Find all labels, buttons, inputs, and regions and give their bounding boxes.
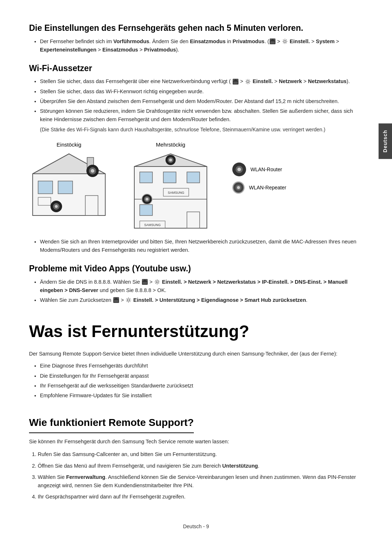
step3-bold: Fernverwaltung [66,474,105,480]
diagram-area: Einstöckig [29,141,363,232]
legend-router-label: WLAN-Router [250,166,282,173]
s2-netzwerkstatus: Netzwerkstatus [308,78,346,84]
gear-icon-3 [154,279,160,285]
svg-marker-4 [233,79,238,82]
svg-rect-41 [142,282,147,284]
sidebar-label: Deutsch [382,130,388,152]
gear-icon-4 [126,297,131,303]
svg-rect-24 [187,172,200,183]
svg-text:SAMSUNG: SAMSUNG [144,223,161,227]
page: Deutsch Die Einstellungen des Fernsehger… [0,0,392,542]
path1-system: System [316,38,335,44]
path1-experten: Experteneinstellungen [40,47,97,53]
footer-text: Deutsch - 9 [183,523,209,529]
section4-title: Was ist Fernunterstützung? [29,319,363,344]
svg-text:SAMSUNG: SAMSUNG [168,191,184,194]
svg-point-33 [169,159,172,161]
section4-bullet4: Empfohlene Firmware-Updates für Sie inst… [40,391,363,400]
s3-path2: Einstell. > Unterstützung > Eigendiagnos… [133,297,306,303]
section2-note: (Die Stärke des Wi-Fi-Signals kann durch… [40,126,363,134]
home-icon-3 [142,279,148,285]
section2-title: Wi-Fi-Aussetzer [29,62,363,75]
svg-point-18 [55,205,58,208]
svg-point-40 [237,186,240,189]
section3-title: Probleme mit Video Apps (Youtube usw.) [29,262,363,275]
legend-repeater-label: WLAN-Repeater [249,184,286,192]
gear-icon-1 [282,38,288,44]
svg-rect-6 [33,174,105,215]
section4-list: Eine Diagnose Ihres Fernsehgeräts durchf… [40,362,363,400]
svg-rect-0 [270,41,275,44]
section2-list2: Wenden Sie sich an Ihren Internetprovide… [40,238,363,254]
vorführmodus: Vorführmodus [113,38,149,44]
step3: Wählen Sie Fernverwaltung. Anschließend … [38,473,363,490]
svg-rect-10 [58,181,73,194]
diagram-label1: Einstöckig [57,141,81,149]
section5-steps: Rufen Sie das Samsung-Callcenter an, und… [38,450,363,501]
legend-repeater: WLAN-Repeater [232,181,286,194]
section4-bullet2: Die Einstellungen für Ihr Fernsehgerät a… [40,372,363,380]
section3-list: Ändern Sie die DNS in 8.8.8.8. Wählen Si… [40,278,363,305]
svg-point-36 [146,198,148,201]
home-icon [270,38,275,44]
svg-point-43 [156,281,158,283]
svg-marker-42 [142,279,148,282]
svg-point-2 [284,40,286,42]
gear-icon-2 [245,79,251,85]
page-footer: Deutsch - 9 [29,523,363,530]
svg-marker-45 [113,297,119,300]
svg-point-5 [247,81,249,83]
svg-marker-1 [270,39,275,41]
svg-rect-25 [140,205,152,215]
section4-bullet3: Ihr Fernsehgerät auf die werksseitigen S… [40,382,363,390]
section4-intro: Der Samsung Remote Support-Service biete… [29,350,363,358]
svg-rect-23 [163,172,176,183]
step2-bold: Unterstützung [222,463,258,469]
svg-rect-22 [140,172,152,183]
wlan-router-icon [232,163,246,176]
svg-rect-9 [38,181,53,194]
step1: Rufen Sie das Samsung-Callcenter an, und… [38,450,363,459]
path1-privat: Privatmodus [144,47,176,53]
svg-rect-44 [114,300,119,303]
home-icon-4 [113,297,119,303]
sidebar-tab: Deutsch [379,123,392,159]
section5-intro: Sie können Ihr Fernsehgerät durch den Sa… [29,438,363,446]
path1-einstell: Einstell. [290,38,310,44]
diagram-multi: Mehrstöckig SAMSUNG [123,141,218,232]
wlan-repeater-icon [232,181,245,194]
svg-rect-3 [233,81,238,84]
section2-bullet5: Wenden Sie sich an Ihren Internetprovide… [40,238,363,254]
section2-bullet3: Überprüfen Sie den Abstand zwischen dem … [40,97,363,106]
svg-point-46 [127,299,130,301]
section2-bullet1: Stellen Sie sicher, dass das Fernsehgerä… [40,77,363,86]
svg-point-15 [91,169,94,173]
diagram-label2: Mehrstöckig [156,141,185,149]
section3-bullet2: Wählen Sie zum Zurücksetzen > Einstell. … [40,296,363,304]
s3-path1: Einstell. > Netzwerk > Netzwerkstatus > … [40,279,348,293]
s2-netzwerk: Netzwerk [279,78,302,84]
section2-bullet4: Störungen können Sie reduzieren, indem S… [40,107,363,124]
section2-list: Stellen Sie sicher, dass das Fernsehgerä… [40,77,363,124]
house-single-svg [29,152,109,219]
step2: Öffnen Sie das Menü auf Ihrem Fernsehger… [38,462,363,470]
step4: Ihr Gesprächspartner wird dann auf Ihr F… [38,493,363,501]
legend-area: WLAN-Router WLAN-Repeater [232,163,286,194]
path1-einsatz: Einsatzmodus [102,47,138,53]
legend-router: WLAN-Router [232,163,286,176]
section5-title: Wie funktioniert Remote Support? [29,415,194,433]
house-multi-svg: SAMSUNG SAMSUNG [123,152,218,232]
home-icon-2 [233,79,238,85]
diagram-single: Einstöckig [29,141,109,219]
section1-bullet1: Der Fernseher befindet sich im Vorführmo… [40,37,363,54]
privatmodus-label: Privatmodus [233,38,265,44]
section2-bullet2: Stellen Sie sicher, dass das Wi-Fi-Kennw… [40,87,363,96]
einsatzmodus-label: Einsatzmodus [190,38,225,44]
section1-list: Der Fernseher befindet sich im Vorführmo… [40,37,363,54]
section4-bullet1: Eine Diagnose Ihres Fernsehgeräts durchf… [40,362,363,370]
svg-point-38 [237,168,241,171]
s2-einstell: Einstell. [253,78,273,84]
section3-bullet1: Ändern Sie die DNS in 8.8.8.8. Wählen Si… [40,278,363,295]
section1-title: Die Einstellungen des Fernsehgeräts gehe… [29,22,363,34]
